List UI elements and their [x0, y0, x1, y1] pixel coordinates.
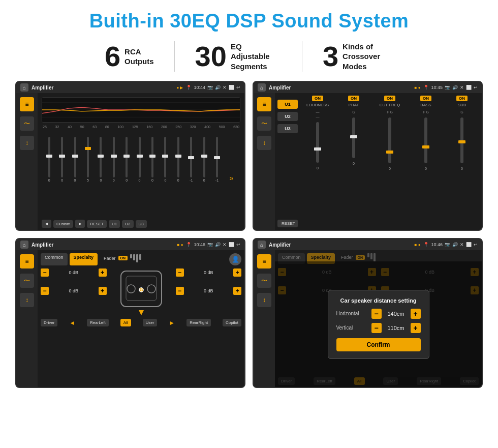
home-icon-1[interactable]: ⌂ [20, 83, 28, 92]
eq-slider-14[interactable]: -1 [210, 137, 223, 182]
u1-button[interactable]: U1 [277, 100, 298, 109]
db-minus-4[interactable]: − [176, 287, 184, 295]
eq-slider-1[interactable]: 0 [43, 137, 55, 182]
u3-button[interactable]: U3 [277, 124, 298, 133]
eq-slider-11[interactable]: 0 [172, 137, 184, 182]
eq-frequency-labels: 25 32 40 50 63 80 100 125 160 200 250 32… [42, 125, 240, 129]
driver-button[interactable]: Driver [41, 319, 57, 326]
eq-sidebar-icon[interactable]: ≡ [20, 97, 34, 111]
confirm-button[interactable]: Confirm [336, 338, 421, 351]
eq-custom-button[interactable]: Custom [53, 220, 74, 228]
db-minus-3[interactable]: − [176, 268, 184, 277]
eq-slider-13[interactable]: 0 [198, 137, 210, 182]
stat-eq: 30 EQ AdjustableSegments [175, 42, 302, 72]
loudness-label: LOUDNESS [306, 103, 329, 107]
u2-button[interactable]: U2 [277, 112, 298, 121]
phat-on-badge[interactable]: ON [348, 96, 359, 101]
bass-slider[interactable] [424, 117, 427, 163]
user-button-3[interactable]: User [143, 319, 158, 326]
eq-slider-8[interactable]: 0 [133, 137, 146, 182]
db-plus-1[interactable]: + [99, 268, 107, 277]
back-icon-3: ↩ [236, 242, 240, 247]
cutfreq-slider[interactable] [388, 117, 391, 163]
screen-eq: ⌂ Amplifier ● ▶ 📍 10:44 📷 🔊 ✕ ⬜ ↩ ≡ 〜 ↕ [15, 81, 245, 231]
close-icon-4: ✕ [460, 242, 464, 247]
status-bar-1: ⌂ Amplifier ● ▶ 📍 10:44 📷 🔊 ✕ ⬜ ↩ [16, 82, 244, 93]
vertical-minus-button[interactable]: − [371, 323, 382, 333]
eq-slider-5[interactable]: 0 [95, 137, 107, 182]
phat-slider[interactable] [352, 117, 355, 158]
eq-slider-3[interactable]: 0 [69, 137, 81, 182]
screen4-content: ≡ 〜 ↕ Common Specialty Fader ON [254, 250, 482, 387]
crossover-reset-button[interactable]: RESET [277, 220, 298, 227]
rearright-button[interactable]: RearRight [186, 319, 211, 326]
loudness-slider[interactable] [316, 122, 319, 163]
arrows-sidebar-icon-2[interactable]: ↕ [257, 136, 271, 150]
vertical-plus-button[interactable]: + [411, 323, 421, 333]
screen4-main: Common Specialty Fader ON [275, 250, 482, 387]
screen2-content: ≡ 〜 ↕ U1 U2 U3 RESET [254, 93, 482, 230]
eq-slider-6[interactable]: 0 [107, 137, 120, 182]
db-plus-2[interactable]: + [99, 287, 107, 295]
eq-sidebar-icon-4[interactable]: ≡ [257, 254, 271, 268]
location-icon-2: 📍 [423, 85, 429, 90]
eq-reset-button[interactable]: RESET [87, 220, 107, 228]
db-value-2: 0 dB [51, 288, 97, 293]
cutfreq-on-badge[interactable]: ON [384, 96, 395, 101]
wave-sidebar-icon[interactable]: 〜 [20, 116, 34, 131]
eq-u3-button[interactable]: U3 [136, 220, 147, 228]
wave-sidebar-icon-3[interactable]: 〜 [20, 274, 34, 288]
eq-prev-button[interactable]: ◄ [42, 220, 51, 228]
eq-slider-2[interactable]: 0 [55, 137, 68, 182]
eq-slider-12[interactable]: -1 [184, 137, 197, 182]
fader-bar-1 [130, 254, 132, 258]
home-icon-2[interactable]: ⌂ [258, 83, 266, 92]
right-arrow-icon: ► [169, 319, 175, 326]
db-row-4: − 0 dB + [176, 287, 242, 295]
screen1-main: 25 32 40 50 63 80 100 125 160 200 250 32… [38, 93, 244, 230]
db-plus-3[interactable]: + [233, 268, 241, 277]
specialty-tab[interactable]: Specialty [70, 253, 98, 265]
eq-slider-7[interactable]: 0 [120, 137, 133, 182]
db-plus-4[interactable]: + [233, 287, 241, 295]
fader-center [111, 268, 172, 317]
sub-slider[interactable] [460, 117, 463, 163]
fader-bar-2 [133, 254, 135, 260]
eq-sliders: 0 0 0 5 [42, 131, 240, 182]
eq-sidebar-icon-3[interactable]: ≡ [20, 254, 34, 268]
wave-sidebar-icon-4[interactable]: 〜 [257, 274, 271, 288]
arrows-sidebar-icon-3[interactable]: ↕ [20, 293, 34, 307]
close-icon-3: ✕ [223, 242, 227, 247]
loudness-on-badge[interactable]: ON [312, 96, 323, 101]
sub-on-badge[interactable]: ON [456, 96, 468, 101]
all-button[interactable]: All [120, 319, 131, 326]
status-icons-4: 📍 10:46 📷 🔊 ✕ ⬜ ↩ [423, 242, 478, 247]
eq-slider-10[interactable]: 0 [159, 137, 172, 182]
copilot-button[interactable]: Copilot [223, 319, 241, 326]
rearleft-button[interactable]: RearLeft [87, 319, 109, 326]
eq-u2-button[interactable]: U2 [122, 220, 133, 228]
arrows-sidebar-icon[interactable]: ↕ [20, 136, 34, 150]
eq-play-button[interactable]: ► [75, 220, 85, 228]
main-title: Buith-in 30EQ DSP Sound System [15, 10, 483, 32]
eq-u1-button[interactable]: U1 [109, 220, 120, 228]
window-icon-2: ⬜ [466, 85, 472, 90]
eq-sidebar-icon-2[interactable]: ≡ [257, 97, 271, 111]
bass-on-badge[interactable]: ON [420, 96, 431, 101]
horizontal-minus-button[interactable]: − [371, 309, 382, 319]
home-icon-3[interactable]: ⌂ [20, 241, 28, 249]
db-minus-1[interactable]: − [41, 268, 49, 277]
arrows-sidebar-icon-4[interactable]: ↕ [257, 293, 271, 307]
wave-sidebar-icon-2[interactable]: 〜 [257, 116, 271, 131]
common-tab[interactable]: Common [41, 253, 68, 265]
home-icon-4[interactable]: ⌂ [258, 241, 266, 249]
dialog-overlay: Car speaker distance setting Horizontal … [275, 261, 482, 387]
eq-more-button[interactable]: » [224, 174, 239, 182]
screen3-sidebar: ≡ 〜 ↕ [16, 250, 38, 387]
fader-on-badge[interactable]: ON [118, 256, 128, 260]
stat-crossover: 3 Kinds ofCrossover Modes [302, 42, 414, 72]
db-minus-2[interactable]: − [41, 287, 49, 295]
eq-slider-4[interactable]: 5 [81, 137, 94, 182]
horizontal-plus-button[interactable]: + [411, 309, 421, 319]
eq-slider-9[interactable]: 0 [146, 137, 159, 182]
